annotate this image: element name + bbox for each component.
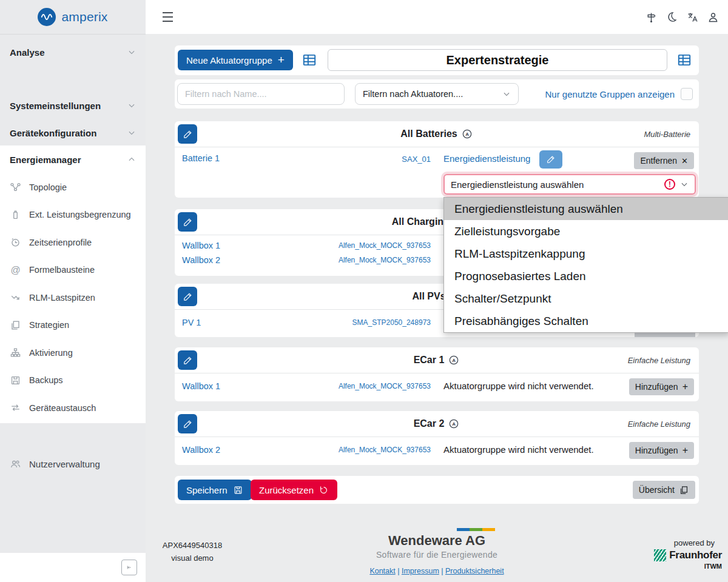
menu-icon[interactable] — [163, 12, 173, 25]
translate-icon[interactable] — [686, 10, 699, 24]
impressum-link[interactable]: Impressum — [402, 567, 439, 575]
actuator-name-link[interactable]: Batterie 1 — [182, 153, 220, 163]
topbar-icons — [644, 10, 720, 24]
chevron-down-icon — [502, 90, 511, 98]
overview-button[interactable]: Übersicht — [633, 481, 695, 499]
dropdown-option[interactable]: RLM-Lastspitzenkappung — [444, 242, 728, 265]
plus-icon: + — [278, 53, 285, 67]
actuator-name-link[interactable]: Wallbox 1 — [182, 381, 220, 391]
filter-card: Filtern nach Aktuatoren.... Nur genutzte… — [175, 79, 699, 109]
user-icon[interactable] — [706, 10, 720, 24]
filter-name-input[interactable] — [177, 83, 345, 105]
sidebar-item-formelbausteine[interactable]: @ Formelbausteine — [0, 256, 146, 284]
sidebar-item-ext-leistungsbegrenzung[interactable]: Ext. Leistungsbegrenzung — [0, 201, 146, 229]
chevron-down-icon — [680, 180, 689, 189]
chevron-down-icon — [127, 48, 136, 56]
produktsicherheit-link[interactable]: Produktsicherheit — [445, 567, 504, 575]
device-id: Alfen_Mock_MOCK_937653 — [326, 382, 431, 390]
auto-badge-icon: A — [461, 128, 473, 140]
actuator-name-link[interactable]: PV 1 — [182, 318, 201, 327]
table-view-icon[interactable] — [676, 52, 693, 69]
clock-icon — [10, 236, 21, 248]
footer-links: Kontakt | Impressum | Produktsicherheit — [358, 567, 516, 575]
show-used-groups-checkbox[interactable] — [681, 88, 693, 100]
device-info: APX6449540318 visual demo — [153, 539, 232, 564]
dropdown-option[interactable]: Preisabhängiges Schalten — [444, 310, 728, 332]
sidebar-section-analyse[interactable]: Analyse — [0, 40, 146, 64]
edit-service-button[interactable] — [539, 150, 562, 169]
actuator-name-link[interactable]: Wallbox 2 — [182, 255, 220, 265]
filter-actuators-select[interactable]: Filtern nach Aktuatoren.... — [355, 83, 519, 105]
documents-icon — [10, 319, 21, 331]
add-button[interactable]: Hinzufügen+ — [629, 378, 694, 395]
strategy-title-input[interactable] — [328, 49, 667, 71]
reset-button[interactable]: Zurücksetzen — [251, 480, 337, 500]
institute-label: ITWM — [654, 563, 722, 570]
sidebar-item-topologie[interactable]: Topologie — [0, 173, 146, 201]
sidebar-section-energiemanager[interactable]: Energiemanager — [0, 146, 146, 173]
chevron-down-icon — [127, 129, 136, 137]
table-view-icon[interactable] — [302, 52, 318, 69]
collapse-sidebar-button[interactable] — [121, 560, 137, 575]
group-card-ecar-1: ECar 1 A Einfache Leistung Wallbox 1 Alf… — [175, 347, 699, 401]
actuator-name-link[interactable]: Wallbox 2 — [182, 445, 220, 455]
topology-icon — [10, 181, 21, 193]
floppy-icon — [10, 375, 21, 386]
group-status-text: Aktuatorgruppe wird nicht verwendet. — [443, 444, 594, 455]
dropdown-option[interactable]: Prognosebasiertes Laden — [444, 265, 728, 287]
group-type-label: Einfache Leistung — [628, 411, 690, 436]
save-button[interactable]: Speichern — [178, 480, 252, 500]
group-title: ECar 2 — [414, 418, 445, 429]
device-id: Alfen_Mock_MOCK_937653 — [326, 256, 431, 264]
service-label: Energiedienstleistung — [443, 153, 530, 164]
moon-icon[interactable] — [665, 10, 678, 24]
chevron-up-icon — [127, 155, 136, 164]
company-tagline: Software für die Energiewende — [358, 550, 516, 560]
close-icon: ✕ — [681, 156, 688, 166]
powered-by-label: powered by — [654, 538, 715, 547]
actuator-name-link[interactable]: Wallbox 1 — [182, 241, 220, 250]
plus-icon: + — [682, 445, 688, 456]
sidebar-item-backups[interactable]: Backups — [0, 367, 146, 395]
sidebar: amperix Analyse Systemeinstellungen Gerä… — [0, 0, 146, 582]
sidebar-section-geraetekonfiguration[interactable]: Gerätekonfiguration — [0, 121, 146, 145]
strategy-header-card: Neue Aktuatorgruppe+ — [175, 45, 699, 75]
sidebar-item-zeitserienprofile[interactable]: Zeitserienprofile — [0, 229, 146, 256]
sidebar-energiemanager-block: Energiemanager Topologie Ext. Leistungsb… — [0, 146, 146, 423]
group-type-label: Einfache Leistung — [628, 347, 690, 373]
svg-text:A: A — [452, 358, 456, 363]
overview-icon — [679, 485, 689, 495]
show-used-groups-label: Nur genutzte Gruppen anzeigen — [545, 89, 675, 99]
energy-service-dropdown-menu: Energiedienstleistung auswählen Zielleis… — [443, 197, 728, 333]
group-title: ECar 1 — [414, 355, 445, 366]
energy-service-select[interactable]: Energiedienstleistung auswählen ! — [443, 174, 696, 195]
sidebar-section-systemeinstellungen[interactable]: Systemeinstellungen — [0, 93, 146, 118]
auto-badge-icon: A — [448, 418, 460, 430]
reset-icon — [318, 485, 329, 495]
dropdown-option[interactable]: Energiedienstleistung auswählen — [444, 198, 728, 220]
remove-button[interactable]: Entfernen✕ — [634, 152, 694, 169]
group-status-text: Aktuatorgruppe wird nicht verwendet. — [443, 381, 594, 391]
sidebar-item-nutzerverwaltung[interactable]: Nutzerverwaltung — [0, 452, 146, 476]
amperix-logo-icon — [38, 8, 56, 26]
kontakt-link[interactable]: Kontakt — [369, 567, 395, 575]
sidebar-item-aktivierung[interactable]: Aktivierung — [0, 339, 146, 367]
device-mode: visual demo — [153, 552, 232, 564]
sidebar-item-strategien[interactable]: Strategien — [0, 312, 146, 340]
group-card-ecar-2: ECar 2 A Einfache Leistung Wallbox 2 Alf… — [175, 411, 699, 465]
dropdown-option[interactable]: Zielleistungsvorgabe — [444, 220, 728, 242]
new-actuator-group-button[interactable]: Neue Aktuatorgruppe+ — [178, 50, 293, 70]
swap-icon — [10, 402, 21, 413]
svg-text:A: A — [465, 132, 469, 137]
sidebar-item-rlm-lastspitzen[interactable]: RLM-Lastspitzen — [0, 284, 146, 312]
error-icon: ! — [664, 179, 675, 190]
battery-icon — [10, 209, 21, 221]
dropdown-option[interactable]: Schalter/Setzpunkt — [444, 287, 728, 310]
signpost-icon[interactable] — [644, 10, 658, 24]
sidebar-item-geraeteaustausch[interactable]: Geräteaustausch — [0, 394, 146, 422]
chevron-down-icon — [127, 101, 136, 110]
add-button[interactable]: Hinzufügen+ — [629, 442, 694, 459]
brand-header: amperix — [0, 0, 146, 35]
device-serial: APX6449540318 — [153, 539, 232, 552]
device-id: SAX_01 — [326, 155, 431, 164]
